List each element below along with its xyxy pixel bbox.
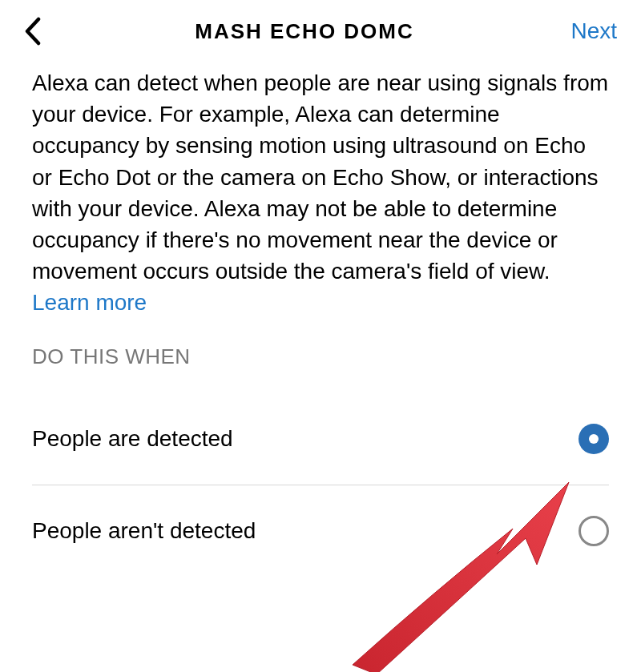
option-label: People aren't detected xyxy=(32,518,256,544)
option-label: People are detected xyxy=(32,426,233,452)
option-people-not-detected[interactable]: People aren't detected xyxy=(32,485,609,577)
radio-unselected-icon xyxy=(579,516,609,546)
learn-more-link[interactable]: Learn more xyxy=(32,290,147,316)
page-title: MASH ECHO DOMC xyxy=(56,19,553,44)
option-people-detected[interactable]: People are detected xyxy=(32,393,609,485)
header: MASH ECHO DOMC Next xyxy=(0,0,641,56)
options-list: People are detected People aren't detect… xyxy=(32,393,609,577)
content: Alexa can detect when people are near us… xyxy=(0,56,641,577)
radio-selected-icon xyxy=(579,424,609,454)
description-text: Alexa can detect when people are near us… xyxy=(32,67,609,287)
section-label: DO THIS WHEN xyxy=(32,344,609,369)
back-button[interactable] xyxy=(24,17,56,46)
chevron-left-icon xyxy=(24,17,42,46)
next-button[interactable]: Next xyxy=(553,18,617,44)
